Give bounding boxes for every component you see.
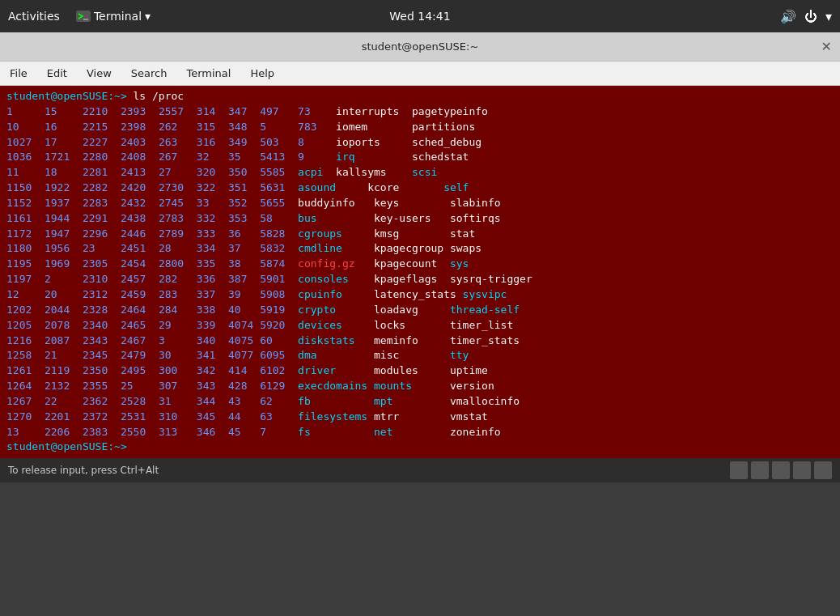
status-bar: To release input, press Ctrl+Alt (0, 458, 840, 482)
terminal-menu-button[interactable]: Terminal ▾ (76, 10, 151, 23)
battery-status-icon (772, 461, 790, 479)
menu-view[interactable]: View (83, 66, 115, 81)
volume-icon[interactable]: 🔊 (780, 9, 796, 24)
terminal-window[interactable]: student@openSUSE:~> ls /proc 1 15 2210 2… (0, 86, 840, 458)
system-bar: Activities Terminal ▾ Wed 14:41 🔊 ⏻ ▾ (0, 0, 840, 32)
power-icon[interactable]: ⏻ (804, 9, 817, 24)
terminal-label: Terminal (94, 10, 142, 23)
system-time: Wed 14:41 (389, 10, 450, 23)
audio-status-icon (751, 461, 769, 479)
terminal-output: student@openSUSE:~> ls /proc 1 15 2210 2… (6, 89, 834, 455)
terminal-icon (76, 11, 91, 22)
status-icons (730, 461, 832, 479)
menu-edit[interactable]: Edit (44, 66, 70, 81)
window-close-button[interactable]: ✕ (821, 39, 832, 54)
menu-terminal[interactable]: Terminal (183, 66, 234, 81)
network-status-icon (730, 461, 748, 479)
input-status-icon (793, 461, 811, 479)
menu-search[interactable]: Search (128, 66, 171, 81)
activities-button[interactable]: Activities (8, 10, 60, 23)
window-title: student@openSUSE:~ (362, 40, 479, 53)
menu-file[interactable]: File (6, 66, 31, 81)
menu-bar: File Edit View Search Terminal Help (0, 62, 840, 86)
menu-help[interactable]: Help (247, 66, 278, 81)
chevron-down-icon: ▾ (145, 10, 151, 23)
window-title-bar: student@openSUSE:~ ✕ (0, 32, 840, 62)
status-hint: To release input, press Ctrl+Alt (8, 465, 159, 476)
app-status-icon (814, 461, 832, 479)
menu-icon[interactable]: ▾ (825, 9, 832, 24)
